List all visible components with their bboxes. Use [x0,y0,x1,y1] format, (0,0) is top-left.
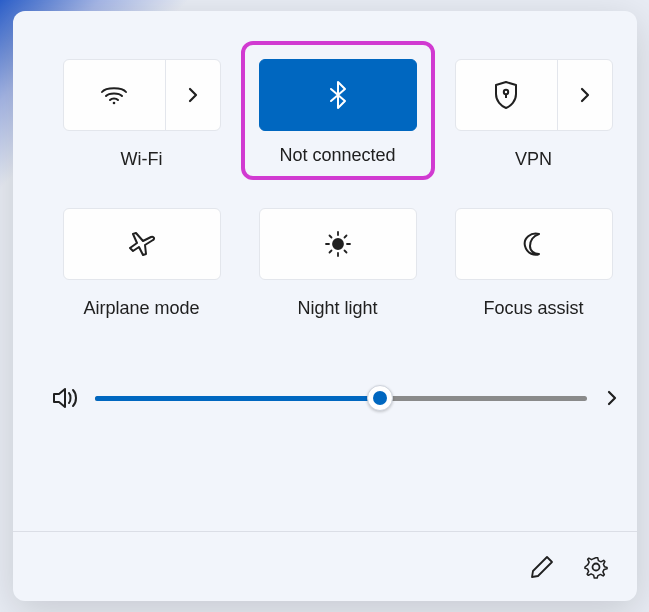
vpn-tile[interactable] [455,59,613,131]
chevron-right-icon [187,86,199,104]
edit-button[interactable] [529,554,555,580]
wifi-icon [100,84,128,106]
svg-point-12 [592,563,599,570]
wifi-toggle[interactable] [64,60,166,130]
svg-line-11 [344,236,346,238]
focus-label: Focus assist [483,298,583,319]
chevron-right-icon [579,86,591,104]
nightlight-tile[interactable] [259,208,417,280]
svg-point-1 [504,90,508,94]
tile-wrap-vpn: VPN [455,59,613,208]
airplane-tile[interactable] [63,208,221,280]
quick-settings-panel: Wi-Fi Not connected [13,11,637,601]
moon-icon [521,231,547,257]
airplane-icon [127,230,157,258]
nightlight-label: Night light [297,298,377,319]
volume-slider[interactable] [95,396,587,401]
footer [13,531,637,601]
vpn-label: VPN [515,149,552,170]
bluetooth-highlight: Not connected [241,41,435,180]
focus-tile[interactable] [455,208,613,280]
speaker-icon[interactable] [51,385,79,411]
vpn-expand[interactable] [558,60,612,130]
wifi-tile[interactable] [63,59,221,131]
volume-fill [95,396,380,401]
bluetooth-icon [329,80,347,110]
tiles-grid: Wi-Fi Not connected [13,11,637,357]
bluetooth-tile[interactable] [259,59,417,131]
bluetooth-label: Not connected [279,145,395,166]
volume-expand[interactable] [605,388,619,408]
svg-point-0 [113,102,116,105]
settings-button[interactable] [583,554,609,580]
tile-wrap-bluetooth: Not connected [259,59,417,208]
airplane-label: Airplane mode [83,298,199,319]
volume-row [13,385,637,411]
tile-wrap-airplane: Airplane mode [63,208,221,357]
tile-wrap-focus: Focus assist [455,208,613,357]
svg-line-10 [329,251,331,253]
vpn-toggle[interactable] [456,60,558,130]
night-light-icon [323,229,353,259]
shield-icon [493,80,519,110]
svg-line-9 [344,251,346,253]
wifi-label: Wi-Fi [121,149,163,170]
svg-line-8 [329,236,331,238]
tile-wrap-nightlight: Night light [259,208,417,357]
wifi-expand[interactable] [166,60,220,130]
volume-thumb[interactable] [367,385,393,411]
tile-wrap-wifi: Wi-Fi [63,59,221,208]
